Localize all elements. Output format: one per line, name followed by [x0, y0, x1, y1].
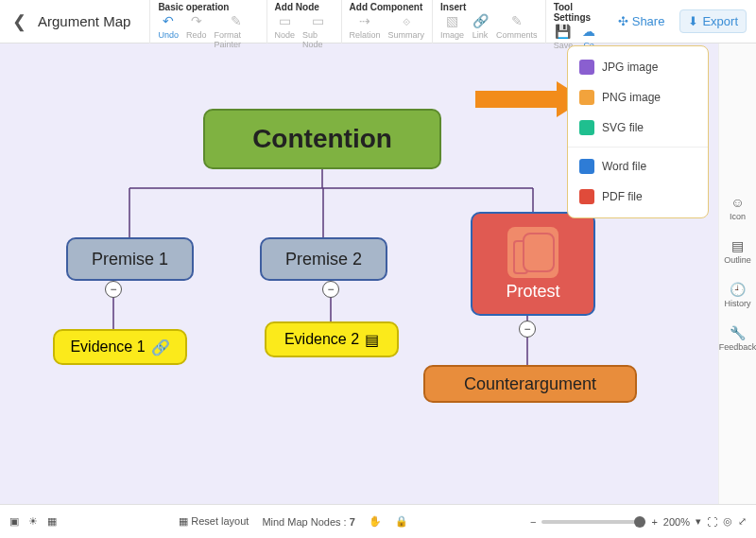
- clock-icon: 🕘: [730, 282, 746, 297]
- reset-layout-button[interactable]: ▦ Reset layout: [179, 515, 249, 528]
- lock-icon[interactable]: 🔒: [395, 515, 408, 528]
- redo-button[interactable]: ↷Redo: [182, 12, 211, 49]
- collapse-toggle-protest[interactable]: −: [519, 321, 536, 338]
- redo-icon: ↷: [188, 12, 205, 29]
- export-svg[interactable]: SVG file: [568, 113, 708, 143]
- canvas[interactable]: Contention Premise 1 Premise 2 Protest E…: [0, 43, 718, 504]
- group-tool-label: Tool Settings: [550, 2, 607, 23]
- grid-icon[interactable]: ▦: [47, 515, 57, 528]
- rail-icon[interactable]: ☺Icon: [730, 195, 746, 221]
- zoom-out-button[interactable]: −: [530, 516, 536, 528]
- summary-button[interactable]: ⟐Summary: [385, 12, 429, 40]
- hand-tool-icon[interactable]: ✋: [369, 515, 382, 528]
- image-button[interactable]: ▧Image: [437, 12, 468, 40]
- export-menu: JPG image PNG image SVG file Word file P…: [567, 45, 709, 218]
- right-rail: ☺Icon ▤Outline 🕘History 🔧Feedback: [718, 43, 756, 504]
- group-addcomp: Add Component ⇢Relation ⟐Summary: [341, 0, 433, 43]
- collapse-toggle-premise1[interactable]: −: [105, 281, 122, 298]
- right-actions: ✣Share ⬇Export: [610, 9, 756, 33]
- export-png[interactable]: PNG image: [568, 82, 708, 113]
- node-premise-2[interactable]: Premise 2: [260, 237, 387, 281]
- summary-icon: ⟐: [398, 12, 415, 29]
- png-icon: [579, 90, 594, 105]
- format-painter-icon: ✎: [228, 12, 245, 29]
- statusbar: ▣ ☀ ▦ ▦ Reset layout Mind Map Nodes : 7 …: [0, 504, 756, 538]
- group-addnode: Add Node ▭Node ▭Sub Node: [266, 0, 341, 43]
- group-tool: Tool Settings 💾Save ☁Co: [545, 0, 610, 43]
- cloud-icon: ☁: [580, 23, 597, 40]
- comments-icon: ✎: [508, 12, 525, 29]
- node-premise-1[interactable]: Premise 1: [66, 237, 194, 281]
- node-evidence-1[interactable]: Evidence 1🔗: [53, 329, 187, 365]
- export-icon: ⬇: [688, 14, 698, 28]
- comments-button[interactable]: ✎Comments: [492, 12, 541, 40]
- save-icon: 💾: [555, 23, 572, 40]
- node-protest[interactable]: Protest: [471, 212, 595, 316]
- note-icon: ▤: [365, 331, 379, 349]
- outline-icon: ▤: [731, 238, 744, 253]
- undo-button[interactable]: ↶Undo: [154, 12, 182, 49]
- status-left: ▣ ☀ ▦: [9, 515, 57, 528]
- share-button[interactable]: ✣Share: [610, 10, 673, 32]
- fit-screen-icon[interactable]: ⛶: [707, 516, 717, 528]
- zoom-value: 200%: [663, 516, 690, 528]
- fullscreen-icon[interactable]: ⤢: [738, 515, 747, 528]
- relation-button[interactable]: ⇢Relation: [346, 12, 385, 40]
- undo-icon: ↶: [160, 12, 177, 29]
- link-icon: 🔗: [151, 338, 170, 356]
- node-counterargument[interactable]: Counterargument: [423, 365, 637, 403]
- group-basic-label: Basic operation: [154, 2, 262, 12]
- toolbar: Basic operation ↶Undo ↷Redo ✎Format Pain…: [149, 0, 610, 43]
- jpg-icon: [579, 60, 594, 75]
- subnode-icon: ▭: [309, 12, 326, 29]
- svg-icon: [579, 120, 594, 135]
- zoom-dropdown-icon[interactable]: ▾: [696, 515, 701, 528]
- node-icon: ▭: [276, 12, 293, 29]
- rail-feedback[interactable]: 🔧Feedback: [719, 325, 756, 352]
- smile-icon: ☺: [730, 195, 744, 210]
- rail-outline[interactable]: ▤Outline: [724, 238, 751, 265]
- share-icon: ✣: [618, 14, 628, 28]
- thumbs-down-icon: [507, 227, 558, 278]
- image-icon: ▧: [444, 12, 461, 29]
- collapse-toggle-premise2[interactable]: −: [322, 281, 339, 298]
- group-basic: Basic operation ↶Undo ↷Redo ✎Format Pain…: [149, 0, 266, 43]
- export-jpg[interactable]: JPG image: [568, 52, 708, 82]
- zoom-in-button[interactable]: +: [651, 516, 657, 528]
- word-icon: [579, 159, 594, 174]
- group-insert-label: Insert: [437, 2, 541, 12]
- page-title: Argument Map: [38, 13, 130, 29]
- group-addcomp-label: Add Component: [346, 2, 429, 12]
- node-evidence-2[interactable]: Evidence 2▤: [265, 321, 399, 357]
- node-count: Mind Map Nodes : 7: [262, 516, 354, 528]
- wrench-icon: 🔧: [730, 325, 746, 340]
- export-button[interactable]: ⬇Export: [679, 9, 747, 33]
- link-icon: 🔗: [472, 12, 489, 29]
- format-painter-button[interactable]: ✎Format Painter: [210, 12, 262, 49]
- export-word[interactable]: Word file: [568, 151, 708, 182]
- subnode-button[interactable]: ▭Sub Node: [299, 12, 336, 49]
- presentation-icon[interactable]: ▣: [9, 515, 19, 528]
- pdf-icon: [579, 189, 594, 204]
- group-addnode-label: Add Node: [271, 2, 337, 12]
- link-button[interactable]: 🔗Link: [468, 12, 492, 40]
- rail-history[interactable]: 🕘History: [724, 282, 750, 308]
- group-insert: Insert ▧Image 🔗Link ✎Comments: [432, 0, 545, 43]
- zoom-slider[interactable]: [541, 520, 645, 524]
- center-icon[interactable]: ◎: [723, 515, 732, 528]
- node-contention[interactable]: Contention: [203, 109, 441, 169]
- relation-icon: ⇢: [356, 12, 373, 29]
- node-button[interactable]: ▭Node: [271, 12, 300, 49]
- export-pdf[interactable]: PDF file: [568, 182, 708, 212]
- topbar: ❮ Argument Map Basic operation ↶Undo ↷Re…: [0, 0, 756, 43]
- brightness-icon[interactable]: ☀: [28, 515, 38, 528]
- back-arrow-icon[interactable]: ❮: [0, 11, 38, 32]
- status-center: ▦ Reset layout Mind Map Nodes : 7 ✋ 🔒: [57, 515, 530, 528]
- status-right: − + 200% ▾ ⛶ ◎ ⤢: [530, 515, 747, 528]
